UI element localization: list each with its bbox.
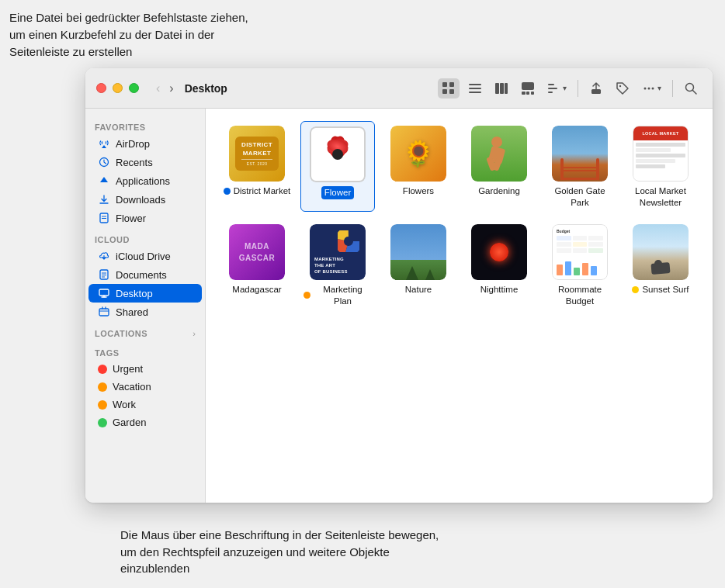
svg-rect-4 [469, 84, 481, 85]
tooltip-bottom: Die Maus über eine Beschriftung in der S… [120, 527, 454, 577]
sidebar-airdrop-label: AirDrop [116, 138, 150, 150]
columns-icon [494, 81, 508, 95]
svg-rect-10 [522, 82, 534, 90]
sidebar-item-flower[interactable]: Flower [88, 209, 202, 227]
group-by-button[interactable]: ▾ [543, 78, 571, 99]
favorites-section-label: Favorites [85, 115, 205, 134]
applications-icon [98, 175, 110, 187]
svg-rect-5 [469, 88, 481, 89]
svg-rect-11 [522, 92, 526, 95]
svg-rect-17 [591, 89, 601, 94]
file-label-row-nature: Nature [405, 284, 432, 296]
chevron-down-icon-2: ▾ [657, 84, 661, 92]
file-thumb-marketing-plan: Marketingthe Artof Business [310, 224, 366, 280]
back-button[interactable]: ‹ [153, 80, 163, 97]
vacation-dot [98, 382, 107, 392]
file-item-local-market[interactable]: LOCAL MARKET [623, 121, 698, 212]
file-label-row-gardening: Gardening [478, 185, 520, 197]
maximize-button[interactable] [129, 83, 139, 93]
search-button[interactable] [680, 78, 702, 99]
close-button[interactable] [96, 83, 106, 93]
sidebar-item-garden[interactable]: Garden [88, 413, 202, 431]
finder-toolbar: ‹ › Desktop [85, 68, 713, 109]
file-thumb-flower [310, 126, 366, 182]
sidebar-item-airdrop[interactable]: AirDrop [88, 134, 202, 153]
shared-icon [98, 306, 110, 318]
sunset-surf-dot [632, 286, 639, 293]
svg-rect-13 [531, 92, 534, 95]
locations-section-label: Locations [95, 329, 147, 338]
file-item-flower[interactable]: Flower [300, 121, 375, 212]
tags-section-label: Tags [85, 341, 205, 360]
file-label-gardening: Gardening [478, 185, 520, 197]
file-label-row-district-market: District Market [224, 185, 290, 197]
desktop-icon [98, 287, 110, 299]
locations-expand-arrow: › [193, 329, 196, 338]
file-label-marketing-plan: Marketing Plan [314, 284, 372, 307]
work-dot [98, 400, 107, 410]
sidebar-item-vacation[interactable]: Vacation [88, 378, 202, 396]
file-thumb-madagascar: MADAGASCAR [229, 224, 285, 280]
sidebar-item-recents[interactable]: Recents [88, 153, 202, 171]
svg-rect-33 [99, 289, 109, 296]
garden-dot [98, 418, 107, 427]
file-item-nature[interactable]: Nature [381, 220, 456, 310]
search-icon [684, 81, 698, 95]
gallery-view-button[interactable] [517, 78, 539, 99]
sidebar-item-icloud-drive[interactable]: iCloud Drive [88, 247, 202, 265]
file-thumb-nature [390, 224, 446, 280]
forward-button[interactable]: › [166, 80, 176, 97]
list-view-button[interactable] [464, 78, 486, 99]
file-thumb-roommate-budget: Budget [552, 224, 608, 280]
share-button[interactable] [585, 78, 607, 99]
sidebar-item-urgent[interactable]: Urgent [88, 360, 202, 378]
tag-icon [616, 81, 630, 95]
file-thumb-gardening [471, 126, 527, 182]
file-item-marketing-plan[interactable]: Marketingthe Artof Business [300, 220, 375, 310]
svg-rect-8 [500, 83, 504, 94]
file-item-sunset-surf[interactable]: Sunset Surf [623, 220, 698, 310]
toolbar-icons: ▾ [438, 78, 702, 99]
file-item-madagascar[interactable]: MADAGASCAR Madagascar [220, 220, 294, 310]
file-item-district-market[interactable]: DISTRICTMARKET EST. 2020 District Market [220, 121, 294, 212]
file-label-local-market: Local Market Newsletter [627, 185, 694, 209]
file-label-flowers: Flowers [403, 185, 434, 197]
minimize-button[interactable] [113, 83, 123, 93]
file-item-nighttime[interactable]: Nighttime [462, 220, 536, 310]
svg-rect-7 [495, 83, 499, 94]
finder-sidebar: Favorites AirDrop [85, 109, 206, 503]
documents-icon [98, 268, 110, 281]
file-item-golden-gate[interactable]: Golden Gate Park [543, 121, 617, 212]
sidebar-garden-label: Garden [113, 417, 146, 428]
sidebar-item-documents[interactable]: Documents [88, 265, 202, 284]
file-thumb-district-market: DISTRICTMARKET EST. 2020 [229, 126, 285, 182]
recents-icon [98, 156, 110, 168]
file-thumb-golden-gate [552, 126, 608, 182]
file-label-row-flowers: Flowers [403, 185, 434, 197]
tag-button[interactable] [612, 78, 633, 99]
column-view-button[interactable] [491, 78, 512, 99]
sidebar-icloud-drive-label: iCloud Drive [116, 251, 171, 262]
grid-icon [442, 81, 456, 95]
sidebar-documents-label: Documents [116, 269, 167, 281]
sidebar-item-applications[interactable]: Applications [88, 171, 202, 190]
page-wrapper: Eine Datei bei gedrückter Befehlstaste z… [0, 0, 725, 588]
sidebar-item-work[interactable]: Work [88, 396, 202, 413]
file-item-roommate-budget[interactable]: Budget [543, 220, 617, 310]
more-button[interactable]: ▾ [638, 78, 665, 99]
file-label-row-sunset-surf: Sunset Surf [632, 284, 689, 296]
file-label-district-market: District Market [234, 185, 290, 197]
icon-view-button[interactable] [438, 78, 460, 99]
svg-rect-2 [442, 89, 447, 94]
nav-arrows: ‹ › [153, 80, 177, 97]
file-label-nighttime: Nighttime [480, 284, 519, 296]
ellipsis-icon [642, 81, 656, 95]
file-label-flower: Flower [321, 186, 355, 199]
sidebar-item-desktop[interactable]: Desktop [88, 284, 202, 303]
sidebar-item-shared[interactable]: Shared [88, 303, 202, 321]
sidebar-item-downloads[interactable]: Downloads [88, 190, 202, 209]
file-item-flowers[interactable]: 🌻 Flowers [381, 121, 456, 212]
svg-rect-16 [548, 92, 553, 93]
file-item-gardening[interactable]: Gardening [462, 121, 536, 212]
locations-row[interactable]: Locations › [85, 321, 205, 341]
